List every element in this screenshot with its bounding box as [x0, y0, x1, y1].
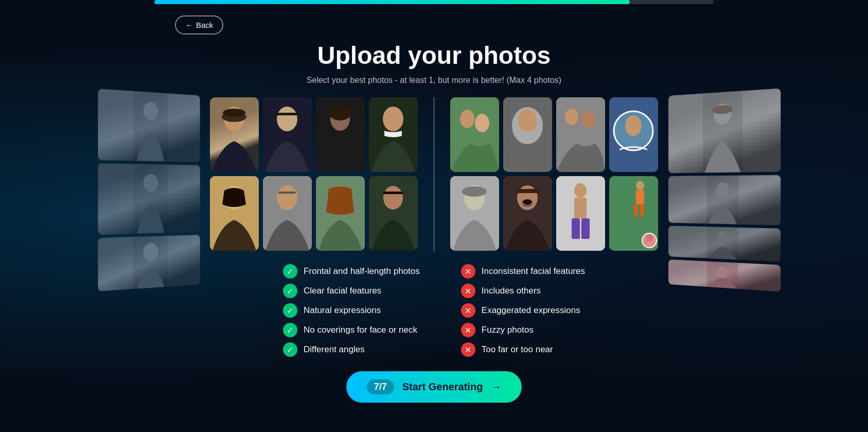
bad-label-3: Exaggerated expressions: [482, 305, 580, 316]
photo-section: [210, 97, 658, 252]
good-label-2: Clear facial features: [304, 286, 381, 296]
arrow-right-icon: →: [491, 381, 501, 393]
bad-photo-6[interactable]: [503, 176, 552, 251]
svg-rect-56: [640, 204, 644, 217]
bad-list: ✕ Inconsistent facial features ✕ Include…: [461, 264, 585, 357]
check-bad-icon-1: ✕: [461, 264, 475, 279]
main-container: Upload your photos Select your best phot…: [0, 10, 868, 403]
side-photos-left: [98, 89, 200, 291]
svg-point-10: [277, 107, 297, 131]
svg-point-53: [636, 181, 644, 190]
bad-label-1: Inconsistent facial features: [482, 266, 585, 277]
svg-point-58: [646, 234, 652, 241]
svg-point-20: [277, 185, 297, 210]
svg-rect-49: [574, 198, 587, 218]
photo-counter: 7/7: [367, 379, 394, 394]
check-good-icon-1: ✓: [283, 264, 297, 279]
check-bad-icon-2: ✕: [461, 284, 475, 298]
good-photo-6[interactable]: [263, 176, 312, 251]
svg-rect-51: [581, 218, 590, 239]
bad-item-1: ✕ Inconsistent facial features: [461, 264, 585, 279]
svg-point-3: [143, 174, 158, 192]
svg-point-28: [460, 110, 474, 128]
svg-rect-50: [572, 218, 580, 239]
page-subtitle: Select your best photos - at least 1, bu…: [307, 76, 561, 85]
bad-photo-4[interactable]: [609, 97, 658, 172]
svg-point-42: [462, 186, 487, 197]
svg-rect-11: [273, 113, 301, 115]
page-title: Upload your photos: [317, 41, 551, 70]
grid-divider: [433, 97, 435, 252]
side-photo-left-2: [98, 163, 200, 235]
svg-point-63: [716, 183, 729, 198]
bad-photos-grid: [450, 97, 658, 251]
bad-label-4: Fuzzy photos: [482, 325, 534, 335]
svg-point-35: [581, 110, 595, 128]
svg-point-14: [329, 105, 351, 120]
check-bad-icon-5: ✕: [461, 342, 475, 357]
side-photos-right: [668, 88, 781, 291]
bad-item-5: ✕ Too far or too near: [461, 342, 585, 357]
checklist-section: ✓ Frontal and half-length photos ✓ Clear…: [283, 264, 585, 357]
good-photo-2[interactable]: [263, 97, 312, 172]
side-photo-left-1: [98, 89, 200, 162]
good-photo-4[interactable]: [369, 97, 418, 172]
good-photo-3[interactable]: [316, 97, 365, 172]
side-photo-left-3: [98, 235, 200, 291]
svg-rect-55: [634, 204, 638, 217]
good-label-1: Frontal and half-length photos: [304, 266, 420, 277]
svg-rect-46: [515, 189, 540, 193]
good-photo-7[interactable]: [316, 176, 365, 251]
good-item-2: ✓ Clear facial features: [283, 284, 420, 298]
progress-bar-container: [154, 0, 714, 4]
good-label-3: Natural expressions: [304, 305, 381, 316]
side-photo-right-1: [668, 88, 781, 173]
bad-item-2: ✕ Includes others: [461, 284, 585, 298]
bad-photo-3[interactable]: [556, 97, 605, 172]
good-item-4: ✓ No coverings for face or neck: [283, 323, 420, 337]
good-photos-grid: [210, 97, 418, 251]
svg-rect-26: [383, 192, 403, 194]
svg-point-32: [518, 109, 537, 132]
check-good-icon-4: ✓: [283, 323, 297, 337]
good-label-4: No coverings for face or neck: [304, 325, 417, 335]
side-photo-right-3: [668, 226, 781, 262]
good-photo-1[interactable]: [210, 97, 259, 172]
svg-point-16: [383, 107, 403, 131]
check-good-icon-3: ✓: [283, 303, 297, 318]
good-label-5: Different angles: [304, 344, 365, 355]
good-item-3: ✓ Natural expressions: [283, 303, 420, 318]
good-item-1: ✓ Frontal and half-length photos: [283, 264, 420, 279]
bad-photo-7[interactable]: [556, 176, 605, 251]
check-bad-icon-4: ✕: [461, 323, 475, 337]
good-photo-8[interactable]: [369, 176, 418, 251]
start-generating-button[interactable]: 7/7 Start Generating →: [346, 371, 522, 403]
good-item-5: ✓ Different angles: [283, 342, 420, 357]
svg-point-29: [475, 114, 489, 132]
svg-point-34: [565, 109, 578, 125]
svg-rect-54: [636, 190, 644, 204]
side-photo-right-2: [668, 175, 781, 225]
check-bad-icon-3: ✕: [461, 303, 475, 318]
bad-label-2: Includes others: [482, 286, 541, 296]
check-good-icon-5: ✓: [283, 342, 297, 357]
side-photo-right-4: [668, 260, 781, 292]
bad-item-3: ✕ Exaggerated expressions: [461, 303, 585, 318]
progress-bar-fill: [154, 0, 630, 4]
bad-photo-2[interactable]: [503, 97, 552, 172]
check-good-icon-2: ✓: [283, 284, 297, 298]
bad-item-4: ✕ Fuzzy photos: [461, 323, 585, 337]
bad-photo-1[interactable]: [450, 97, 499, 172]
bad-photo-8[interactable]: [609, 176, 658, 251]
svg-point-38: [625, 115, 642, 136]
start-label: Start Generating: [402, 381, 483, 393]
svg-point-8: [223, 109, 245, 117]
svg-rect-21: [278, 192, 296, 194]
svg-point-25: [383, 186, 403, 210]
bad-photo-5[interactable]: [450, 176, 499, 251]
good-list: ✓ Frontal and half-length photos ✓ Clear…: [283, 264, 420, 357]
good-photo-5[interactable]: [210, 176, 259, 251]
bad-label-5: Too far or too near: [482, 344, 553, 355]
svg-point-48: [574, 183, 587, 198]
